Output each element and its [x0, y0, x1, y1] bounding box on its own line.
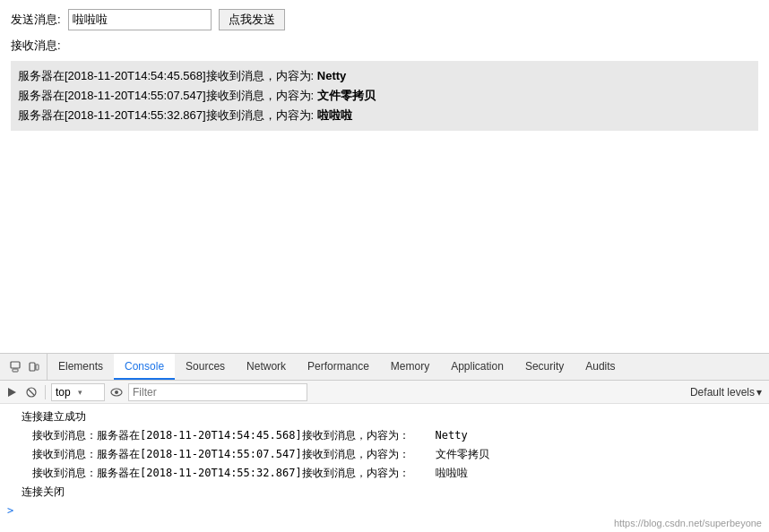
send-button[interactable]: 点我发送 [219, 9, 285, 30]
default-levels-dropdown[interactable]: Default levels ▾ [690, 386, 765, 399]
tab-memory[interactable]: Memory [380, 354, 440, 380]
top-context-selector[interactable]: top ▾ [51, 383, 105, 401]
receive-label: 接收消息: [11, 38, 758, 54]
receive-value-3: 啦啦啦 [317, 108, 352, 122]
send-input[interactable] [68, 9, 212, 30]
send-label: 发送消息: [11, 12, 61, 28]
tab-elements[interactable]: Elements [48, 354, 114, 380]
inspect-icon[interactable] [9, 360, 23, 374]
eye-icon[interactable] [108, 384, 125, 400]
tab-performance[interactable]: Performance [297, 354, 380, 380]
console-line-msg3: 接收到消息：服务器在[2018-11-20T14:55:32.867]接收到消息… [0, 464, 769, 483]
receive-value-2: 文件零拷贝 [317, 89, 376, 102]
tab-security[interactable]: Security [514, 354, 575, 380]
tab-audits[interactable]: Audits [575, 354, 626, 380]
devtools-tab-bar: Elements Console Sources Network Perform… [0, 354, 769, 381]
receive-area: 服务器在[2018-11-20T14:54:45.568]接收到消息，内容为: … [11, 61, 758, 131]
top-context-arrow: ▾ [78, 388, 100, 397]
svg-line-6 [29, 390, 34, 395]
svg-marker-4 [8, 388, 16, 397]
devtools-icon-group [4, 354, 48, 380]
receive-value-1: Netty [317, 69, 347, 82]
devtools-tabs: Elements Console Sources Network Perform… [48, 354, 626, 380]
main-area: 发送消息: 点我发送 接收消息: 服务器在[2018-11-20T14:54:4… [0, 0, 769, 353]
receive-line-2: 服务器在[2018-11-20T14:55:07.547]接收到消息，内容为: … [18, 86, 751, 106]
watermark-text: https://blog.csdn.net/superbeyone [614, 518, 762, 528]
console-clear-button[interactable] [23, 384, 39, 400]
svg-rect-2 [30, 363, 35, 371]
watermark: https://blog.csdn.net/superbeyone [614, 518, 762, 528]
receive-line-3: 服务器在[2018-11-20T14:55:32.867]接收到消息，内容为: … [18, 106, 751, 125]
console-line-connect: 连接建立成功 [0, 408, 769, 426]
console-line-close: 连接关闭 [0, 483, 769, 502]
console-filter-input[interactable] [128, 383, 307, 401]
console-content: 连接建立成功 接收到消息：服务器在[2018-11-20T14:54:45.56… [0, 404, 769, 532]
console-play-button[interactable] [4, 384, 20, 400]
tab-console[interactable]: Console [114, 354, 175, 380]
svg-rect-0 [11, 362, 20, 368]
svg-rect-3 [36, 365, 39, 370]
prompt-symbol: > [7, 504, 13, 517]
console-line-msg1: 接收到消息：服务器在[2018-11-20T14:54:45.568]接收到消息… [0, 426, 769, 445]
console-toolbar: top ▾ Default levels ▾ [0, 381, 769, 404]
toolbar-separator [45, 385, 46, 399]
console-line-msg2: 接收到消息：服务器在[2018-11-20T14:55:07.547]接收到消息… [0, 445, 769, 464]
device-icon[interactable] [27, 360, 41, 374]
tab-application[interactable]: Application [440, 354, 514, 380]
send-row: 发送消息: 点我发送 [11, 9, 758, 30]
tab-network[interactable]: Network [236, 354, 297, 380]
svg-point-8 [115, 390, 118, 394]
default-levels-arrow: ▾ [756, 386, 762, 399]
default-levels-label: Default levels [690, 386, 755, 399]
top-context-label: top [56, 386, 78, 399]
receive-line-1: 服务器在[2018-11-20T14:54:45.568]接收到消息，内容为: … [18, 66, 751, 86]
devtools-panel: Elements Console Sources Network Perform… [0, 353, 769, 532]
tab-sources[interactable]: Sources [175, 354, 236, 380]
svg-rect-1 [13, 369, 18, 372]
